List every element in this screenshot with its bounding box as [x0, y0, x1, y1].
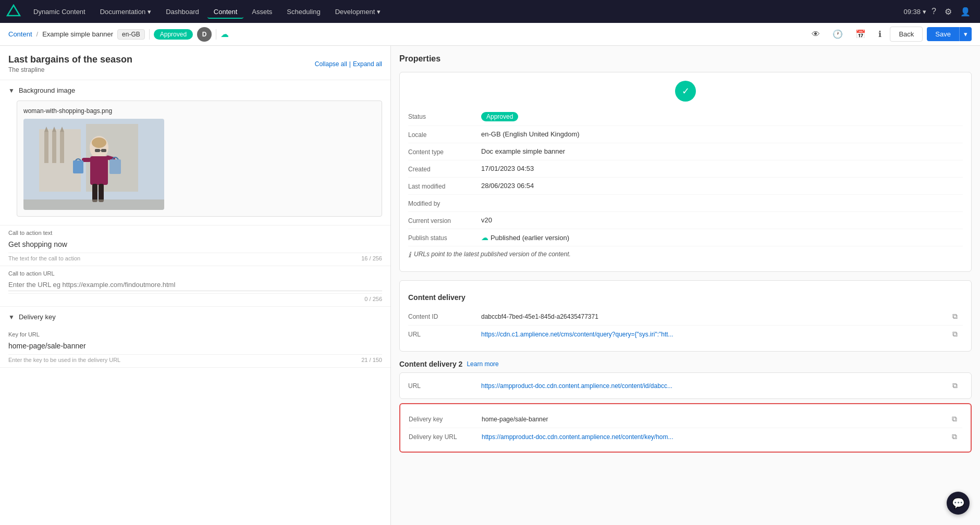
- info-icon[interactable]: ℹ: [874, 26, 886, 42]
- back-button[interactable]: Back: [890, 27, 923, 42]
- nav-content[interactable]: Content: [207, 5, 244, 19]
- breadcrumb-bar: Content / Example simple banner en-GB Ap…: [0, 23, 980, 46]
- content-type-value: Doc example simple banner: [481, 147, 963, 155]
- breadcrumb-separator: /: [36, 30, 39, 38]
- info-circle-icon: ℹ: [408, 251, 411, 259]
- svg-rect-22: [23, 199, 164, 210]
- top-navigation: Dynamic Content Documentation ▾ Dashboar…: [0, 0, 980, 23]
- delivery-url-label: URL: [408, 331, 481, 338]
- current-version-value: v20: [481, 216, 963, 224]
- locale-row: Locale en-GB (English United Kingdom): [408, 126, 963, 143]
- content-id-row: Content ID dabccbf4-7bed-45e1-845d-a2643…: [408, 308, 963, 326]
- status-row: Status Approved: [408, 108, 963, 126]
- delivery2-url-label: URL: [408, 382, 481, 390]
- content-subtitle: The strapline: [8, 66, 132, 73]
- publish-status-label: Publish status: [408, 233, 481, 242]
- delivery-key-counter: 21 / 150: [361, 357, 382, 363]
- svg-point-11: [92, 138, 106, 148]
- background-image-section: ▼ Background image woman-with-shopping-b…: [0, 80, 390, 226]
- section-header-background[interactable]: ▼ Background image: [0, 80, 390, 101]
- cta-url-section: Call to action URL 0 / 256: [0, 266, 390, 307]
- delivery-url-value[interactable]: https://cdn.c1.amplience.net/cms/content…: [481, 331, 950, 338]
- content-delivery2-title: Content delivery 2: [399, 360, 462, 368]
- nav-development[interactable]: Development ▾: [329, 5, 387, 19]
- learn-more-link[interactable]: Learn more: [467, 360, 498, 368]
- content-header: Last bargains of the season The straplin…: [0, 46, 390, 80]
- delivery2-url-row: URL https://ampproduct-doc.cdn.content.a…: [408, 377, 963, 394]
- banner-image: [23, 119, 164, 210]
- help-icon[interactable]: ?: [928, 4, 939, 19]
- modified-by-label: Modified by: [408, 199, 481, 207]
- current-version-row: Current version v20: [408, 212, 963, 229]
- nav-dashboard[interactable]: Dashboard: [160, 5, 205, 19]
- divider: [149, 29, 150, 40]
- delivery-key-value: home-page/sale-banner: [482, 416, 950, 423]
- image-field[interactable]: woman-with-shopping-bags.png: [17, 101, 382, 217]
- cta-url-label: Call to action URL: [8, 270, 382, 277]
- chat-bubble-button[interactable]: 💬: [947, 492, 970, 515]
- delivery2-url-value[interactable]: https://ampproduct-doc.cdn.content.ampli…: [481, 382, 950, 390]
- last-modified-row: Last modified 28/06/2023 06:54: [408, 178, 963, 195]
- svg-rect-19: [95, 149, 100, 152]
- nav-scheduling[interactable]: Scheduling: [280, 5, 326, 19]
- section-label-background: Background image: [19, 86, 75, 94]
- copy-delivery-url-icon[interactable]: ⧉: [952, 330, 963, 339]
- history-icon[interactable]: 🕐: [828, 26, 847, 42]
- modified-by-row: Modified by: [408, 195, 963, 212]
- settings-icon[interactable]: ⚙: [941, 4, 955, 20]
- avatar[interactable]: D: [197, 27, 212, 42]
- delivery-key-url-label: Delivery key URL: [409, 433, 482, 441]
- section-toggle-icon: ▼: [8, 87, 15, 94]
- nav-documentation[interactable]: Documentation ▾: [94, 5, 157, 19]
- copy-delivery-key-url-icon[interactable]: ⧉: [952, 432, 962, 441]
- breadcrumb-content-link[interactable]: Content: [8, 30, 32, 38]
- app-logo[interactable]: [6, 4, 21, 19]
- delivery-key-section-label: Delivery key: [19, 313, 56, 321]
- locale-badge[interactable]: en-GB: [117, 29, 145, 40]
- cta-url-counter: 0 / 256: [364, 296, 382, 302]
- preview-icon[interactable]: 👁: [807, 27, 824, 42]
- svg-rect-18: [109, 159, 121, 174]
- svg-rect-5: [52, 132, 56, 163]
- delivery-key-card: Delivery key home-page/sale-banner ⧉ Del…: [399, 403, 972, 453]
- cloud-icon: ☁: [220, 29, 229, 39]
- collapse-all-button[interactable]: Collapse all: [315, 60, 347, 68]
- save-button-group: Save ▾: [927, 27, 972, 41]
- cta-text-counter: 16 / 256: [361, 255, 382, 261]
- breadcrumb-current-page: Example simple banner: [42, 30, 113, 38]
- svg-rect-6: [60, 132, 64, 163]
- cta-url-input[interactable]: [8, 279, 382, 291]
- url-note: ℹ URLs point to the latest published ver…: [408, 246, 963, 263]
- user-icon[interactable]: 👤: [957, 4, 974, 20]
- calendar-icon[interactable]: 📅: [851, 26, 870, 42]
- section-header-delivery-key[interactable]: ▼ Delivery key: [0, 307, 390, 327]
- status-label: Status: [408, 112, 481, 120]
- content-type-label: Content type: [408, 147, 481, 156]
- status-badge: Approved: [154, 29, 193, 40]
- nav-time: 09:38 ▾: [904, 8, 927, 16]
- created-row: Created 17/01/2023 04:53: [408, 160, 963, 178]
- svg-rect-16: [99, 184, 104, 202]
- properties-card: ✓ Status Approved Locale en-GB (English …: [399, 72, 972, 272]
- delivery-key-toggle-icon: ▼: [8, 314, 15, 321]
- save-button[interactable]: Save: [927, 27, 959, 41]
- divider2: [216, 29, 216, 40]
- content-title: Last bargains of the season: [8, 54, 132, 65]
- delivery-key-field-label: Key for URL: [8, 331, 382, 338]
- nav-app-name: Dynamic Content: [27, 5, 92, 19]
- properties-title: Properties: [399, 54, 972, 64]
- delivery-key-field-value: home-page/sale-banner: [8, 340, 382, 352]
- chat-icon: 💬: [952, 497, 965, 509]
- nav-assets[interactable]: Assets: [246, 5, 278, 19]
- expand-all-button[interactable]: Expand all: [353, 60, 382, 68]
- delivery-key-url-value[interactable]: https://ampproduct-doc.cdn.content.ampli…: [482, 433, 950, 441]
- left-panel: Last bargains of the season The straplin…: [0, 46, 391, 525]
- delivery-key-label: Delivery key: [409, 416, 482, 423]
- copy-content-id-icon[interactable]: ⧉: [952, 312, 963, 321]
- copy-delivery-key-icon[interactable]: ⧉: [952, 415, 962, 423]
- svg-rect-17: [73, 160, 83, 173]
- separator: |: [349, 60, 351, 68]
- copy-delivery2-url-icon[interactable]: ⧉: [952, 381, 963, 390]
- delivery-url-row: URL https://cdn.c1.amplience.net/cms/con…: [408, 326, 963, 343]
- save-dropdown-arrow[interactable]: ▾: [959, 27, 972, 41]
